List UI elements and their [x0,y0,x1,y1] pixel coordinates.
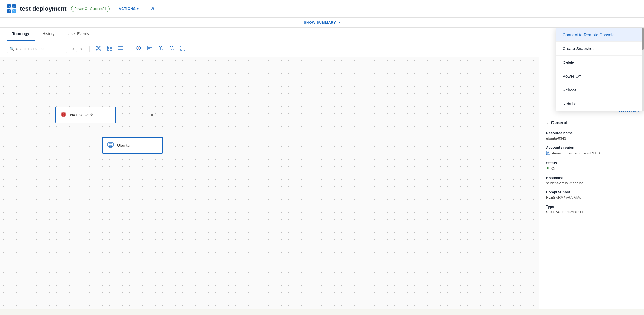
hostname-label: Hostname [546,176,637,180]
svg-line-12 [99,46,100,48]
nav-arrows: ∧ ∨ [70,46,85,52]
nat-network-icon [60,111,67,119]
dropdown-item-delete[interactable]: Delete [556,56,644,69]
type-label: Type [546,204,637,209]
grid-view-button[interactable] [105,44,114,53]
type-value: Cloud.vSphere.Machine [546,210,637,214]
dropdown-item-power-off[interactable]: Power Off [556,69,644,83]
actions-chevron-icon: ▾ [137,7,139,11]
list-icon [118,45,123,51]
nat-network-label: NAT Network [70,113,93,117]
show-summary-bar[interactable]: SHOW SUMMARY ▾ [0,18,644,28]
svg-rect-16 [110,46,112,48]
search-resources-box[interactable]: 🔍 [7,45,67,53]
svg-line-11 [97,46,99,48]
svg-rect-15 [107,46,109,48]
right-panel: Connect to Remote Console Create Snapsho… [539,28,644,309]
hostname-field: Hostname student-virtual-machine [546,176,637,185]
show-summary-label: SHOW SUMMARY [304,20,336,25]
status-value: On [546,166,637,171]
status-field: Status On [546,161,637,171]
dropdown-item-create-snapshot[interactable]: Create Snapshot [556,42,644,56]
svg-point-37 [151,114,153,116]
compute-host-field: Compute host RLES vRA / vRA-VMs [546,190,637,200]
zoom-in-button[interactable] [156,44,165,53]
page-title: test deployment [20,5,67,12]
nav-down-button[interactable]: ∨ [78,46,85,52]
svg-rect-43 [108,143,113,146]
zoom-out-icon [169,45,175,51]
toolbar-separator-1 [89,46,90,52]
svg-line-33 [173,49,174,51]
svg-rect-18 [110,49,112,50]
dropdown-item-reboot[interactable]: Reboot [556,83,644,97]
compute-host-label: Compute host [546,190,637,194]
hostname-value: student-virtual-machine [546,181,637,185]
tabs-bar: Topology History User Events [0,28,539,41]
svg-marker-50 [547,167,549,169]
account-region-value: rles-vctr.main.ad.rit.edu/RLES [546,151,637,156]
account-region-field: Account / region rles-vctr.main.ad.rit.e… [546,145,637,156]
status-label: Status [546,161,637,165]
dropdown-item-rebuild[interactable]: Rebuild [556,97,644,111]
tab-topology[interactable]: Topology [7,28,35,41]
toolbar-separator-2 [130,46,130,52]
topology-canvas: NAT Network Ubuntu [0,57,539,309]
type-field: Type Cloud.vSphere.Machine [546,204,637,214]
svg-line-30 [162,49,163,51]
main-layout: Topology History User Events 🔍 ∧ ∨ [0,28,644,309]
refresh-button[interactable]: ↺ [150,6,154,12]
account-region-label: Account / region [546,145,637,149]
svg-rect-44 [109,144,112,145]
vmware-logo-icon [7,4,17,14]
list-view-button[interactable] [116,44,125,53]
graph-view-button[interactable] [94,44,103,53]
status-on-icon [546,166,550,171]
actions-dropdown-menu: Connect to Remote Console Create Snapsho… [556,28,644,111]
svg-point-49 [548,152,549,153]
tab-history[interactable]: History [37,28,60,41]
filter-button[interactable] [134,44,143,53]
nav-up-button[interactable]: ∧ [70,46,77,52]
search-input[interactable] [16,47,64,51]
collapse-icon [147,45,152,51]
dropdown-scrollbar [642,28,644,111]
general-section-header: ∨ General [546,120,637,125]
actions-button[interactable]: ACTIONS ▾ [116,6,141,12]
right-panel-content: ACTIONS ▾ ∨ General Resource name ubuntu… [539,105,644,223]
general-section-title: General [551,120,568,125]
nat-network-node[interactable]: NAT Network [55,107,116,123]
filter-icon [136,45,141,51]
refresh-icon: ↺ [150,6,154,12]
svg-rect-17 [107,49,109,50]
graph-icon [96,45,101,51]
fullscreen-icon [180,45,186,51]
grid-icon [107,45,112,51]
general-section-chevron-icon: ∨ [546,121,549,125]
topology-connections [0,57,539,309]
search-icon: 🔍 [10,47,14,51]
collapse-button[interactable] [145,44,154,53]
zoom-in-icon [158,45,163,51]
topology-toolbar: 🔍 ∧ ∨ [0,41,539,57]
resource-name-value: ubuntu-0343 [546,136,637,140]
compute-host-value: RLES vRA / vRA-VMs [546,195,637,200]
resource-name-label: Resource name [546,131,637,135]
fullscreen-button[interactable] [178,44,187,53]
tab-user-events[interactable]: User Events [62,28,94,41]
header: test deployment Power On Successful ACTI… [0,0,644,18]
dropdown-scrollbar-thumb [642,28,644,50]
svg-line-14 [99,48,100,50]
account-region-icon [546,151,550,156]
zoom-out-button[interactable] [167,44,176,53]
svg-line-13 [97,48,99,50]
general-section: ∨ General Resource name ubuntu-0343 Acco… [539,116,644,223]
resource-name-field: Resource name ubuntu-0343 [546,131,637,140]
status-badge: Power On Successful [71,6,110,12]
ubuntu-vm-icon [107,141,114,149]
left-panel: Topology History User Events 🔍 ∧ ∨ [0,28,539,309]
ubuntu-label: Ubuntu [117,143,130,148]
dropdown-item-connect-remote-console[interactable]: Connect to Remote Console [556,28,644,42]
actions-label: ACTIONS [118,7,136,11]
ubuntu-node[interactable]: Ubuntu [102,137,163,154]
